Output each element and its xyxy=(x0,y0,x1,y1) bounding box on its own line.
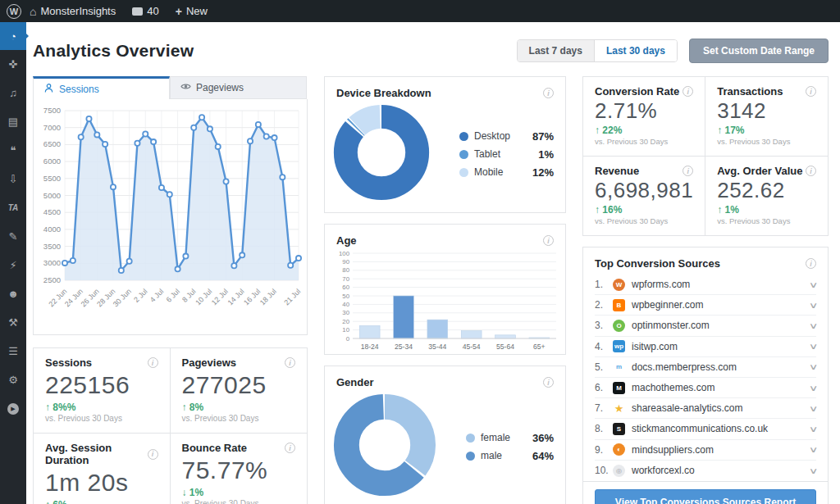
info-icon[interactable]: i xyxy=(285,357,295,368)
sidebar-item-pages[interactable]: ▤ xyxy=(0,107,26,136)
chevron-down-icon[interactable]: ∨ xyxy=(808,321,818,330)
svg-text:20: 20 xyxy=(342,318,349,325)
svg-text:21 Jul: 21 Jul xyxy=(282,287,302,306)
stat-value: 1m 20s xyxy=(45,469,158,497)
source-row[interactable]: 9.◐mindsuppliers.com∨ xyxy=(595,440,816,461)
chevron-down-icon[interactable]: ∨ xyxy=(808,425,818,434)
sidebar-item-ta[interactable]: TA xyxy=(0,193,26,222)
source-row[interactable]: 5.mdocs.memberpress.com∨ xyxy=(595,357,816,378)
wordpress-logo-icon[interactable]: W xyxy=(7,4,21,19)
stat-card-sessions: Sessionsi225156↑ 8%%vs. Previous 30 Days xyxy=(34,348,171,434)
stat-card-pageviews: Pageviewsi277025↑ 8%vs. Previous 30 Days xyxy=(171,348,308,434)
legend-value: 36% xyxy=(532,432,554,444)
info-icon[interactable]: i xyxy=(806,258,816,269)
svg-text:5500: 5500 xyxy=(43,174,61,183)
info-icon[interactable]: i xyxy=(806,86,816,97)
stat-card-bounce-rate: Bounce Ratei75.77%↓ 1%vs. Previous 30 Da… xyxy=(171,434,308,504)
sidebar-item-monsterinsights-dashboard[interactable]: ◔ xyxy=(0,22,26,50)
source-row[interactable]: 8.Sstickmancommunications.co.uk∨ xyxy=(595,419,816,439)
ecommerce-stats-grid: Conversion Ratei2.71%↑ 22%vs. Previous 3… xyxy=(582,76,829,236)
source-row[interactable]: 7.★shareasale-analytics.com∨ xyxy=(595,398,816,419)
info-icon[interactable]: i xyxy=(285,443,295,453)
eye-icon xyxy=(180,81,191,94)
admin-bar-comments[interactable]: 40 xyxy=(124,0,167,22)
mindsuppliers-favicon: ◐ xyxy=(613,443,625,456)
source-row[interactable]: 6.Mmachothemes.com∨ xyxy=(595,378,816,398)
sidebar-item-posts[interactable]: ✜ xyxy=(0,50,26,79)
tab-pageviews[interactable]: Pageviews xyxy=(170,76,307,99)
source-row[interactable]: 1.Wwpforms.com∨ xyxy=(595,275,816,295)
top-conversion-sources-panel: Top Conversion Sources i 1.Wwpforms.com∨… xyxy=(582,247,829,504)
source-row[interactable]: 10.◎workforcexl.co∨ xyxy=(595,461,816,481)
workforcexl-favicon: ◎ xyxy=(613,465,625,477)
range-button-last-7-days[interactable]: Last 7 days xyxy=(518,40,595,61)
source-rank: 7. xyxy=(595,402,613,414)
source-row[interactable]: 4.wpisitwp.com∨ xyxy=(595,337,816,357)
conversion-sources-list: 1.Wwpforms.com∨2.Bwpbeginner.com∨3.Oopti… xyxy=(583,273,828,481)
sidebar-item-appearance[interactable]: ✎ xyxy=(0,222,26,251)
sidebar-item-tools[interactable]: ⚒ xyxy=(0,308,26,337)
legend-value: 1% xyxy=(538,148,554,161)
chevron-down-icon[interactable]: ∨ xyxy=(808,301,818,310)
traffic-chart-panel: SessionsPageviews 2500300035004000450050… xyxy=(33,76,308,335)
info-icon[interactable]: i xyxy=(543,88,554,98)
svg-text:70: 70 xyxy=(342,275,349,283)
legend-value: 64% xyxy=(532,450,554,462)
device-legend: Desktop87%Tablet1%Mobile12% xyxy=(438,130,554,179)
info-icon[interactable]: i xyxy=(543,235,554,246)
svg-text:14 Jul: 14 Jul xyxy=(226,287,246,306)
age-title: Age xyxy=(336,234,357,247)
svg-text:4 Jul: 4 Jul xyxy=(148,287,166,304)
chevron-down-icon[interactable]: ∨ xyxy=(808,404,818,413)
source-row[interactable]: 3.Ooptinmonster.com∨ xyxy=(595,316,816,336)
sidebar-item-media[interactable]: ♫ xyxy=(0,79,26,107)
view-top-conversions-report-button[interactable]: View Top Conversions Sources Report xyxy=(595,489,816,504)
info-icon[interactable]: i xyxy=(148,357,158,368)
gender-legend: female36%male64% xyxy=(445,432,554,462)
sidebar-item-settings[interactable]: ☰ xyxy=(0,337,26,366)
admin-bar-site[interactable]: ⌂ MonsterInsights xyxy=(21,0,124,22)
stat-card-revenue: Revenuei6,698,981↑ 16%vs. Previous 30 Da… xyxy=(583,157,705,235)
stat-label: Transactions xyxy=(717,85,783,98)
chevron-down-icon[interactable]: ∨ xyxy=(808,362,818,371)
chevron-down-icon[interactable]: ∨ xyxy=(808,280,818,289)
info-icon[interactable]: i xyxy=(682,166,693,176)
stat-compare-label: vs. Previous 30 Days xyxy=(182,499,296,504)
sidebar-item-addons[interactable]: ⚙ xyxy=(0,366,26,394)
svg-text:4500: 4500 xyxy=(43,207,61,216)
admin-bar-new[interactable]: + New xyxy=(167,0,216,22)
sidebar-item-updates[interactable]: ⇩ xyxy=(0,165,26,193)
sidebar-item-video[interactable]: ▶ xyxy=(0,394,26,423)
docs-favicon: m xyxy=(613,361,625,373)
info-icon[interactable]: i xyxy=(682,86,693,97)
tab-sessions[interactable]: Sessions xyxy=(33,76,170,99)
machothemes-favicon: M xyxy=(613,382,625,394)
info-icon[interactable]: i xyxy=(806,166,816,176)
source-rank: 10. xyxy=(595,465,613,476)
svg-text:100: 100 xyxy=(339,250,350,257)
chevron-down-icon[interactable]: ∨ xyxy=(808,445,818,454)
svg-text:18-24: 18-24 xyxy=(361,343,379,351)
svg-text:6 Jul: 6 Jul xyxy=(164,287,181,304)
range-button-last-30-days[interactable]: Last 30 days xyxy=(595,40,677,61)
svg-text:90: 90 xyxy=(342,258,349,266)
stat-trend: ↑ 8% xyxy=(182,402,296,413)
info-icon[interactable]: i xyxy=(148,449,158,460)
stat-value: 225156 xyxy=(45,371,158,399)
chevron-down-icon[interactable]: ∨ xyxy=(808,342,818,351)
svg-text:7000: 7000 xyxy=(43,123,61,132)
svg-text:7500: 7500 xyxy=(43,106,61,115)
stat-label: Avg. Session Duration xyxy=(45,442,148,466)
chevron-down-icon[interactable]: ∨ xyxy=(808,384,818,393)
sidebar-item-comments[interactable]: ❝ xyxy=(0,136,26,165)
info-icon[interactable]: i xyxy=(543,377,554,388)
chevron-down-icon[interactable]: ∨ xyxy=(808,466,818,475)
main-content: Analytics Overview Last 7 daysLast 30 da… xyxy=(26,22,840,504)
stat-value: 2.71% xyxy=(595,98,693,124)
sidebar-item-users[interactable]: ☻ xyxy=(0,279,26,308)
set-custom-date-range-button[interactable]: Set Custom Date Range xyxy=(689,39,829,63)
sidebar-item-plugins[interactable]: ⚡ xyxy=(0,251,26,279)
svg-text:35-44: 35-44 xyxy=(428,343,446,351)
source-row[interactable]: 2.Bwpbeginner.com∨ xyxy=(595,295,816,316)
plus-icon: + xyxy=(176,5,182,18)
